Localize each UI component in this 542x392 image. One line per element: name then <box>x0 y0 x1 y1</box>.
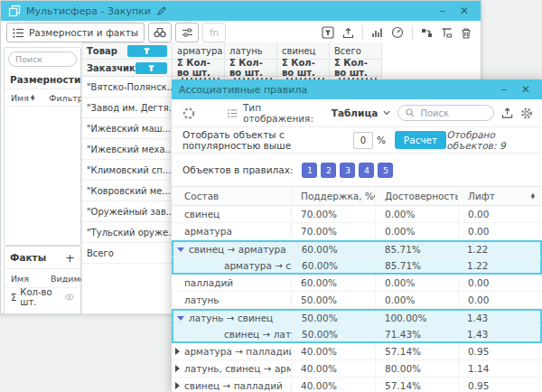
pivot-row-label[interactable]: Всего <box>82 243 172 264</box>
histogram-icon[interactable] <box>371 27 383 38</box>
search-value-button[interactable] <box>148 23 172 42</box>
merge-icon[interactable] <box>421 27 433 39</box>
rules-table-row[interactable]: латунь, свинец → арматура40.00%80.00%1.1… <box>172 360 542 378</box>
rule-confidence: 85.71% <box>375 242 457 257</box>
pivot-row-label[interactable]: "Оружейный зав... <box>82 201 172 222</box>
expand-caret-icon[interactable] <box>175 382 180 389</box>
rule-confidence: 0.00% <box>375 206 458 222</box>
sort-control[interactable]: ▲▼ <box>531 193 535 200</box>
rules-table-row[interactable]: палладий60.00%0.00%0.00 <box>172 275 542 292</box>
display-type-value: Таблица <box>332 107 378 118</box>
pivot-row-label[interactable]: "Вятско-Полянск... <box>82 77 172 98</box>
dialog-minimize-button[interactable]: – <box>497 80 511 98</box>
rule-support: 40.00% <box>291 378 375 392</box>
pivot-measure-header[interactable]: Σ Кол-во шт. <box>330 60 382 77</box>
selected-objects-info: Отобрано объектов: 9 <box>446 129 531 151</box>
rule-support: 60.00% <box>292 242 375 257</box>
pivot-measure-header[interactable]: Σ Кол-во шт. <box>225 60 277 77</box>
page-button-3[interactable]: 3 <box>340 163 355 178</box>
rule-support: 40.00% <box>291 343 375 359</box>
fn-button[interactable]: fn <box>202 23 226 42</box>
main-titlebar: Мультисфера - Закупки – ✕ <box>1 1 481 21</box>
rule-name: латунь <box>172 292 291 308</box>
gear-icon[interactable] <box>520 107 533 120</box>
page-button-1[interactable]: 1 <box>302 163 317 178</box>
sidebar-search-input[interactable]: Поиск <box>8 51 77 67</box>
rule-support: 50.00% <box>291 292 375 308</box>
rule-lift: 1.43 <box>457 326 540 341</box>
filter-icon[interactable] <box>136 62 167 74</box>
rule-name: свинец → латунь <box>173 326 292 341</box>
pivot-row-label[interactable]: "Ковровский ме... <box>82 181 172 201</box>
rule-name: латунь → свинец <box>173 311 292 325</box>
structure-icon[interactable] <box>441 27 453 39</box>
rule-name: арматура → свинец <box>173 257 292 273</box>
rules-table-row[interactable]: арматура → палладий40.00%57.14%0.95 <box>172 343 542 360</box>
rules-table-row[interactable]: арматура → свинец60.00%85.71%1.22 <box>172 257 542 275</box>
collapse-caret-icon[interactable] <box>177 316 184 321</box>
dialog-titlebar: Ассоциативные правила – ✕ <box>172 79 542 99</box>
rule-name-label: свинец → арматура <box>189 244 286 255</box>
pivot-row-label[interactable]: "Климовский сп... <box>82 160 172 181</box>
pivot-row-label[interactable]: "Завод им. Дегтя... <box>82 98 172 118</box>
rule-name-label: палладий <box>184 277 233 288</box>
expand-caret-icon[interactable] <box>175 365 180 372</box>
pivot-row-dim-header[interactable]: Товар <box>81 42 173 60</box>
rule-confidence: 100.00% <box>375 311 457 325</box>
rule-confidence: 71.43% <box>375 326 457 341</box>
sort-name-control[interactable]: ▲▼ <box>31 95 34 101</box>
rule-confidence: 0.00% <box>375 275 458 291</box>
rules-header-2[interactable]: Достоверность,...▲▼ <box>375 187 458 205</box>
popularity-filter-row: Отобрать объекты с популярностью выше 0 … <box>172 127 542 154</box>
dimensions-facts-button[interactable]: Размерности и факты <box>6 23 145 42</box>
page-button-5[interactable]: 5 <box>378 163 393 178</box>
dimensions-panel: Поиск Размерности + Имя ▲▼ Фильтр ▲▼ <box>4 47 81 246</box>
dialog-title: Ассоциативные правила <box>179 84 307 96</box>
spinner-icon[interactable] <box>182 107 195 120</box>
settings-sliders-button[interactable] <box>175 23 199 42</box>
rule-name-label: латунь, свинец → арматура <box>184 363 291 374</box>
edit-icon[interactable] <box>156 5 167 16</box>
rules-header-3[interactable]: Лифт▲▼ <box>458 187 542 205</box>
export-icon[interactable] <box>501 107 513 119</box>
rule-support: 50.00% <box>292 311 375 325</box>
export-icon[interactable] <box>342 27 354 39</box>
calculate-button[interactable]: Расчет <box>395 131 446 149</box>
pivot-row-label[interactable]: "Ижевский маш... <box>82 118 172 139</box>
rules-table-row[interactable]: свинец → латунь50.00%71.43%1.43 <box>172 326 542 343</box>
rules-header-1[interactable]: Поддержка, %▲▼ <box>291 187 375 205</box>
minimize-button[interactable]: – <box>435 2 450 20</box>
popularity-input[interactable]: 0 <box>353 132 373 149</box>
rules-table-row[interactable]: свинец → палладий40.00%57.14%0.95 <box>172 378 542 392</box>
dialog-close-button[interactable]: ✕ <box>517 80 535 98</box>
visibility-eye-icon[interactable] <box>65 294 74 301</box>
add-fact-button[interactable]: + <box>65 251 75 265</box>
page-button-4[interactable]: 4 <box>359 163 374 178</box>
pivot-row-label[interactable]: "Ижевский меха... <box>82 139 172 160</box>
filter-icon[interactable] <box>322 26 334 39</box>
pivot-measure-header[interactable]: Σ Кол-во шт. <box>173 60 225 77</box>
expand-caret-icon[interactable] <box>175 348 180 355</box>
header-label: Состав <box>184 191 219 201</box>
fact-item[interactable]: Σ Кол-во шт. <box>5 288 80 306</box>
collapse-caret-icon[interactable] <box>177 247 184 252</box>
pivot-col-dim-header[interactable]: Заказчик <box>81 60 173 77</box>
rules-table-row[interactable]: свинец70.00%0.00%0.00 <box>172 206 542 223</box>
speedometer-icon[interactable] <box>391 26 404 39</box>
close-button[interactable]: ✕ <box>455 2 473 20</box>
rules-header-0[interactable]: Состав <box>172 187 291 205</box>
pivot-measure-headers: Σ Кол-во шт.Σ Кол-во шт.Σ Кол-во шт.Σ Ко… <box>173 60 382 77</box>
filter-icon[interactable] <box>127 45 168 57</box>
dialog-toolbar: Тип отображения: Таблица Поиск <box>172 99 542 127</box>
pivot-row-label[interactable]: "Тульский оруже... <box>82 222 172 243</box>
rules-search-input[interactable]: Поиск <box>397 105 493 121</box>
rules-table-row[interactable]: арматура70.00%0.00%0.00 <box>172 223 542 240</box>
rules-table-row[interactable]: латунь50.00%0.00%0.00 <box>172 292 542 309</box>
binoculars-icon <box>154 27 166 38</box>
page-button-2[interactable]: 2 <box>321 163 336 178</box>
rules-table-row[interactable]: латунь → свинец50.00%100.00%1.43 <box>172 309 542 326</box>
trash-icon[interactable] <box>461 27 472 39</box>
pivot-measure-header[interactable]: Σ Кол-во шт. <box>277 60 330 77</box>
display-type-selector[interactable]: Тип отображения: Таблица <box>228 102 390 124</box>
rules-table-row[interactable]: свинец → арматура60.00%85.71%1.22 <box>172 240 542 257</box>
